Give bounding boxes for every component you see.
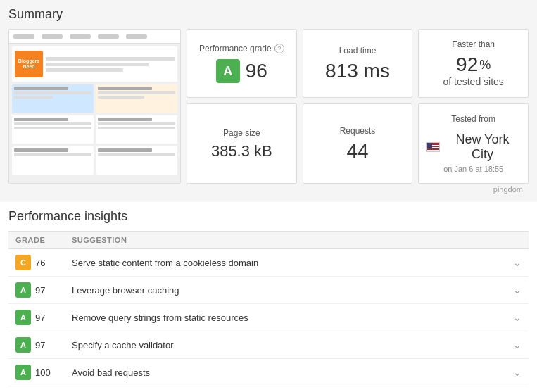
- help-icon[interactable]: ?: [274, 44, 284, 53]
- grade-badge: A: [15, 365, 31, 380]
- grade-badge: A: [15, 310, 31, 325]
- requests-card: Requests 44: [303, 103, 413, 184]
- suggestion-text: Leverage browser caching: [65, 277, 506, 304]
- load-time-label: Load time: [339, 46, 377, 56]
- grade-cell: C 76: [8, 249, 65, 277]
- requests-label: Requests: [340, 126, 376, 136]
- faster-than-label: Faster than: [452, 39, 495, 49]
- table-row[interactable]: C 76 Serve static content from a cookiel…: [8, 249, 529, 277]
- grade-number: 76: [35, 258, 45, 268]
- summary-grid: BloggersNeed: [8, 29, 529, 184]
- chevron-down-icon: ⌄: [513, 367, 522, 378]
- faster-than-unit: %: [479, 58, 491, 71]
- expand-button[interactable]: ⌄: [506, 386, 529, 393]
- insights-table-body: C 76 Serve static content from a cookiel…: [8, 249, 529, 393]
- grade-cell: A 100: [8, 386, 65, 393]
- grade-number: 97: [35, 312, 45, 323]
- suggestion-text: Minimize redirects: [65, 386, 506, 393]
- action-column-header: [506, 232, 529, 249]
- page-size-label: Page size: [223, 128, 260, 138]
- screenshot-card: BloggersNeed: [8, 29, 181, 184]
- load-time-value: 813 ms: [325, 61, 390, 81]
- expand-button[interactable]: ⌄: [506, 331, 529, 359]
- suggestion-text: Specify a cache validator: [65, 331, 506, 359]
- suggestion-text: Serve static content from a cookieless d…: [65, 249, 506, 277]
- chevron-down-icon: ⌄: [513, 339, 522, 350]
- pingdom-credit: pingdom: [8, 184, 529, 196]
- tested-from-card: Tested from New York City on Jan 6 at 18…: [418, 103, 529, 184]
- grade-number: 97: [35, 340, 45, 350]
- grade-badge-a: A: [216, 59, 240, 83]
- summary-section: Summary BloggersNeed: [0, 0, 537, 202]
- faster-than-sub: of tested sites: [443, 76, 503, 87]
- performance-grade-label: Performance grade ?: [199, 44, 284, 53]
- chevron-down-icon: ⌄: [513, 284, 522, 296]
- grade-number: 97: [35, 285, 45, 296]
- page-size-value: 385.3 kB: [211, 144, 272, 159]
- grade-number: 96: [246, 61, 267, 81]
- page-size-card: Page size 385.3 kB: [187, 103, 297, 184]
- grade-cell: A 100: [8, 359, 65, 386]
- table-row[interactable]: A 97 Remove query strings from static re…: [8, 304, 529, 331]
- table-row[interactable]: A 100 Minimize redirects⌄: [8, 386, 529, 393]
- expand-button[interactable]: ⌄: [506, 304, 529, 331]
- us-flag-icon: [426, 142, 440, 152]
- expand-button[interactable]: ⌄: [506, 359, 529, 386]
- grade-badge: C: [15, 255, 31, 270]
- suggestion-column-header: SUGGESTION: [65, 232, 506, 249]
- faster-than-number: 92: [456, 55, 478, 75]
- expand-button[interactable]: ⌄: [506, 249, 529, 277]
- requests-value: 44: [346, 141, 368, 161]
- grade-badge: A: [15, 337, 31, 353]
- suggestion-text: Avoid bad requests: [65, 359, 506, 386]
- faster-than-card: Faster than 92 % of tested sites: [418, 29, 529, 98]
- insights-table-header: GRADE SUGGESTION: [8, 232, 529, 249]
- insights-section: Performance insights GRADE SUGGESTION C …: [0, 202, 537, 392]
- table-row[interactable]: A 100 Avoid bad requests⌄: [8, 359, 529, 386]
- tested-from-city-row: New York City: [426, 132, 521, 162]
- grade-number: 100: [35, 367, 51, 378]
- grade-cell: A 97: [8, 304, 65, 331]
- faster-than-value-row: 92 %: [456, 55, 491, 75]
- tested-from-label: Tested from: [451, 114, 495, 124]
- performance-grade-card: Performance grade ? A 96: [187, 29, 297, 98]
- insights-table: GRADE SUGGESTION C 76 Serve static conte…: [8, 231, 529, 392]
- grade-cell: A 97: [8, 331, 65, 359]
- grade-column-header: GRADE: [8, 232, 65, 249]
- suggestion-text: Remove query strings from static resourc…: [65, 304, 506, 331]
- chevron-down-icon: ⌄: [513, 312, 522, 323]
- grade-badge: A: [15, 282, 31, 298]
- table-row[interactable]: A 97 Specify a cache validator⌄: [8, 331, 529, 359]
- tested-from-date: on Jan 6 at 18:55: [443, 165, 503, 173]
- grade-cell: A 97: [8, 277, 65, 304]
- load-time-card: Load time 813 ms: [303, 29, 413, 98]
- screenshot-preview: BloggersNeed: [9, 30, 180, 183]
- tested-from-city: New York City: [444, 132, 521, 162]
- summary-title: Summary: [8, 7, 529, 22]
- insights-title: Performance insights: [8, 209, 529, 224]
- performance-grade-value: A 96: [216, 59, 267, 83]
- table-row[interactable]: A 97 Leverage browser caching⌄: [8, 277, 529, 304]
- chevron-down-icon: ⌄: [513, 257, 522, 268]
- expand-button[interactable]: ⌄: [506, 277, 529, 304]
